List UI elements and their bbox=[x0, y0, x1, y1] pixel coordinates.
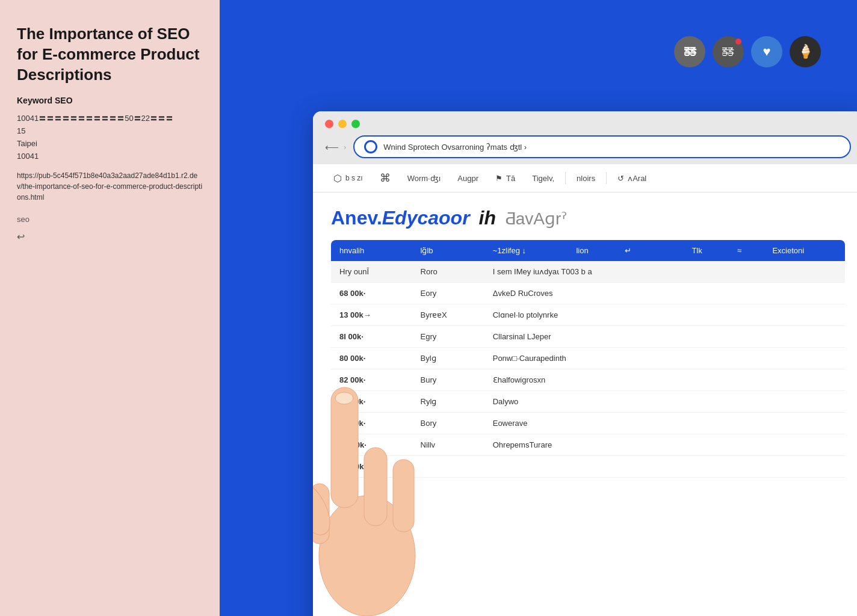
content-heading: Anev.Edycaoor ih ƋavAɡrˀ bbox=[331, 207, 845, 229]
th-lion: lion bbox=[568, 240, 616, 261]
deco-icon-1: 🜓 bbox=[674, 36, 705, 67]
cell-col3-3: Cllarsinal LJeper bbox=[484, 326, 845, 348]
nav-tigelv-label: Tigelv, bbox=[532, 174, 554, 183]
nav-item-augpr[interactable]: Augpr bbox=[449, 167, 487, 190]
subheader-roro: Roro bbox=[412, 261, 484, 283]
cell-col2-8: Nillv bbox=[412, 434, 484, 456]
top-decoration-icons: 🜓 🜓 ♥ 🍦 bbox=[674, 36, 821, 67]
traffic-light-green[interactable] bbox=[351, 120, 360, 128]
flag-icon: ⚑ bbox=[495, 174, 503, 183]
table-row: 8F 00k· bbox=[331, 456, 845, 478]
table-row: 80 00k· Bylɡ Ponw□·Caurapedinth bbox=[331, 348, 845, 369]
heading-part1: Anev.Edycaoor bbox=[331, 207, 470, 229]
th-hnvalih: hnvalih bbox=[331, 240, 412, 261]
sidebar-title: The Importance of SEO for E-commerce Pro… bbox=[17, 24, 203, 85]
cell-volume-4: 80 00k· bbox=[331, 348, 412, 369]
nav-nloirs-label: nloirs bbox=[577, 174, 595, 183]
th-tlk: Tlk bbox=[683, 240, 729, 261]
nav-separator-1 bbox=[565, 172, 566, 184]
nav-aral-label: ʌAral bbox=[628, 174, 646, 183]
cell-volume-1: 68 00k· bbox=[331, 283, 412, 304]
cell-col2-1: Eory bbox=[412, 283, 484, 304]
cell-col3-4: Ponw□·Caurapedinth bbox=[484, 348, 845, 369]
table-row: 82 00k· Bury Ɛhalfowigrosxn bbox=[331, 369, 845, 391]
cell-col3-1: ΔvkeD RuCroves bbox=[484, 283, 845, 304]
cell-col3-2: ClɑneI·lo ptolynrke bbox=[484, 304, 845, 326]
th-12lifeg: ~1zlifeg ↓ bbox=[484, 240, 568, 261]
sidebar-url: https://pub-5c454f571b8e40a3a2aad27ade84… bbox=[17, 170, 203, 203]
cell-col3-7: Eowerave bbox=[484, 413, 845, 434]
cell-col2-9 bbox=[412, 456, 484, 478]
cell-col3-6: Dalywo bbox=[484, 391, 845, 413]
cell-col3-5: Ɛhalfowigrosxn bbox=[484, 369, 845, 391]
browser-window: ⟵ › Wnind Sprotech Ovsarroning ʔmats ʤtl… bbox=[313, 111, 857, 616]
main-area: 🜓 🜓 ♥ 🍦 ⟵ › Wnind Sprotech Ovsarroning ʔ… bbox=[220, 0, 857, 616]
nav-item-share[interactable]: ⌘ bbox=[371, 164, 399, 192]
deco-icon-4: 🍦 bbox=[790, 36, 821, 67]
nav-item-logo[interactable]: ⬡ b s zı bbox=[325, 165, 371, 191]
traffic-light-yellow[interactable] bbox=[338, 120, 347, 128]
sidebar: The Importance of SEO for E-commerce Pro… bbox=[0, 0, 220, 616]
cell-col2-7: Bory bbox=[412, 413, 484, 434]
nav-item-worm[interactable]: Worm·ʤı bbox=[399, 167, 450, 190]
sidebar-back-icon: ↩ bbox=[17, 231, 203, 242]
browser-nav-icons: ⟵ › bbox=[325, 141, 346, 153]
table-row: 68 00k· Eory ΔvkeD RuCroves bbox=[331, 283, 845, 304]
traffic-light-red[interactable] bbox=[325, 120, 333, 128]
cell-volume-6: 17 00k· bbox=[331, 391, 412, 413]
nav-aral-icon: ↺ bbox=[617, 174, 624, 183]
table-row: S0 00k· Nillv OhrepemsTurare bbox=[331, 434, 845, 456]
cell-volume-9: 8F 00k· bbox=[331, 456, 412, 478]
traffic-lights bbox=[325, 120, 851, 128]
table-row: 8l 00k· Egry Cllarsinal LJeper bbox=[331, 326, 845, 348]
nav-logo-label: b s zı bbox=[345, 174, 363, 182]
th-approx: ≈ bbox=[729, 240, 764, 261]
address-bar[interactable]: Wnind Sprotech Ovsarroning ʔmats ʤtl › bbox=[353, 135, 851, 158]
deco-icon-2: 🜓 bbox=[713, 36, 744, 67]
browser-content: Anev.Edycaoor ih ƋavAɡrˀ hnvalih lɡ̃lb ~… bbox=[313, 192, 857, 616]
table-subheader: Hry ounĪ Roro I sem IMey iuʌdyaɩ T003 b … bbox=[331, 261, 845, 283]
subheader-info: I sem IMey iuʌdyaɩ T003 b a bbox=[484, 261, 845, 283]
sidebar-keyword: Keyword SEO bbox=[17, 96, 203, 105]
nav-logo-icon: ⬡ bbox=[333, 173, 342, 184]
address-text: Wnind Sprotech Ovsarroning ʔmats ʤtl › bbox=[383, 143, 840, 152]
table-row: 17 00k· Rylɡ Dalywo bbox=[331, 391, 845, 413]
cell-volume-2: 13 00k→ bbox=[331, 304, 412, 326]
cell-col2-6: Rylɡ bbox=[412, 391, 484, 413]
cell-volume-8: S0 00k· bbox=[331, 434, 412, 456]
deco-icon-3: ♥ bbox=[751, 36, 782, 67]
heading-part2: ih bbox=[474, 207, 496, 229]
nav-item-aral[interactable]: ↺ ʌAral bbox=[609, 167, 655, 190]
browser-chrome: ⟵ › Wnind Sprotech Ovsarroning ʔmats ʤtl… bbox=[313, 111, 857, 164]
cell-col2-5: Bury bbox=[412, 369, 484, 391]
th-lgtb: lɡ̃lb bbox=[412, 240, 484, 261]
subheader-hry: Hry ounĪ bbox=[331, 261, 412, 283]
nav-ta-label: Tā bbox=[506, 174, 515, 183]
sidebar-meta: 10041〓〓〓〓〓〓〓〓〓〓〓50〓22〓〓〓 15 Taipei 10041 bbox=[17, 112, 203, 162]
table-row: 32 00k· Bory Eowerave bbox=[331, 413, 845, 434]
table-body: Hry ounĪ Roro I sem IMey iuʌdyaɩ T003 b … bbox=[331, 261, 845, 478]
forward-button[interactable]: › bbox=[344, 143, 346, 152]
cell-volume-5: 82 00k· bbox=[331, 369, 412, 391]
th-excietoni: Excietoni bbox=[764, 240, 845, 261]
cell-col2-2: ByrɐɐX bbox=[412, 304, 484, 326]
heading-part3: ƋavAɡrˀ bbox=[500, 209, 567, 229]
share-icon: ⌘ bbox=[380, 171, 391, 185]
browser-toolbar: ⟵ › Wnind Sprotech Ovsarroning ʔmats ʤtl… bbox=[325, 135, 851, 164]
nav-item-tigelv[interactable]: Tigelv, bbox=[524, 167, 563, 190]
nav-item-ta[interactable]: ⚑ Tā bbox=[487, 167, 524, 190]
cell-volume-7: 32 00k· bbox=[331, 413, 412, 434]
data-table: hnvalih lɡ̃lb ~1zlifeg ↓ lion ↵ Tlk ≈ Ex… bbox=[331, 240, 845, 478]
th-blank bbox=[655, 240, 684, 261]
cell-col2-4: Bylɡ bbox=[412, 348, 484, 369]
cell-col3-8: OhrepemsTurare bbox=[484, 434, 845, 456]
th-enter: ↵ bbox=[616, 240, 655, 261]
nav-separator-2 bbox=[606, 172, 607, 184]
back-button[interactable]: ⟵ bbox=[325, 141, 339, 153]
browser-nav-tabs: ⬡ b s zı ⌘ Worm·ʤı Augpr ⚑ Tā Tigelv, nl… bbox=[313, 164, 857, 192]
sidebar-tag: seo bbox=[17, 215, 203, 224]
cell-col2-3: Egry bbox=[412, 326, 484, 348]
cell-col3-9 bbox=[484, 456, 845, 478]
table-row: 13 00k→ ByrɐɐX ClɑneI·lo ptolynrke bbox=[331, 304, 845, 326]
nav-item-nloirs[interactable]: nloirs bbox=[568, 167, 604, 190]
